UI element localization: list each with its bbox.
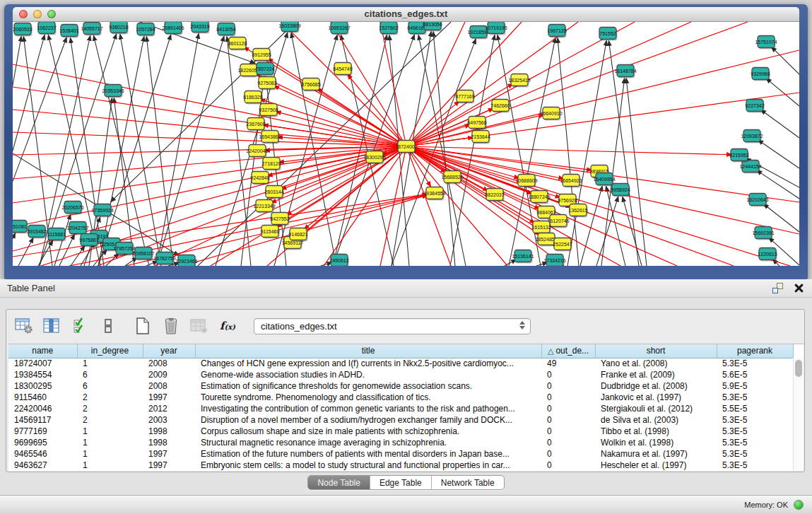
checklist-button[interactable] [70,315,91,337]
column-header-in_degree[interactable]: in_degree [77,344,143,358]
network-canvas[interactable]: 8601128891295518226058927508381863289327… [13,22,799,266]
graph-node[interactable]: 9958924 [611,184,630,197]
graph-node[interactable]: 12213349 [253,200,275,214]
select-columns-button[interactable] [42,315,63,337]
graph-node[interactable]: 2718120 [261,158,281,171]
graph-node[interactable]: 2803144 [264,186,283,199]
graph-node[interactable]: 1220613 [758,248,777,262]
table-row[interactable]: 1456911722003Disruption of a novel membe… [8,414,793,426]
graph-node[interactable]: 16148784 [614,65,636,78]
table-row[interactable]: 1872400712008Changes of HCN gene express… [8,358,793,369]
graph-node[interactable]: 12093872 [741,130,763,144]
graph-node[interactable]: 15751074 [755,36,777,49]
graph-node[interactable]: 14055717 [81,23,102,36]
graph-node[interactable]: 19384554 [423,187,445,201]
graph-node[interactable]: 8186328 [243,91,262,105]
graph-node[interactable]: 16640910 [540,107,562,121]
graph-node[interactable]: 17359924 [91,204,113,218]
tab-node-table[interactable]: Node Table [308,476,370,489]
graph-node[interactable]: 16033809 [278,22,300,33]
graph-node[interactable]: 10653267 [328,22,350,35]
graph-node[interactable]: 8822037 [485,189,504,202]
table-scrollbar[interactable] [793,358,804,471]
table-row[interactable]: 969969511998Structural magnetic resonanc… [8,437,793,448]
graph-node[interactable]: 6497568 [467,117,486,130]
column-header-out_de[interactable]: △out_de... [541,344,595,358]
graph-node[interactable]: 7857224 [255,63,274,76]
graph-node[interactable]: 16782759 [153,252,175,266]
graph-node[interactable]: 9242848 [250,172,269,185]
delete-column-button[interactable] [160,315,182,337]
column-header-title[interactable]: title [195,344,541,358]
graph-node[interactable]: 8756685 [301,78,320,92]
network-window-titlebar[interactable]: citations_edges.txt [13,7,799,22]
graph-node[interactable]: 8601128 [228,37,247,51]
graph-node[interactable]: 15136141 [512,250,534,264]
graph-node[interactable]: 16409954 [593,173,615,187]
zoom-button-icon[interactable] [47,10,56,18]
graph-node[interactable]: 9275083 [257,77,276,90]
graph-node[interactable]: 2367608 [246,118,265,132]
graph-node[interactable]: 17334216 [543,255,565,267]
table-options-button[interactable] [13,315,35,337]
graph-node[interactable]: 15692391 [752,227,774,240]
graph-node[interactable]: 8427552 [270,213,289,226]
close-panel-icon[interactable] [794,284,804,293]
tab-network-table[interactable]: Network Table [431,476,504,489]
graph-node[interactable]: 15688520 [441,171,463,185]
table-scrollbar-thumb[interactable] [795,360,802,377]
graph-node[interactable]: 3915482 [27,226,46,239]
graph-node[interactable]: 2522547 [553,238,572,252]
graph-node[interactable]: 1528401 [59,25,78,38]
graph-node[interactable]: 751552 [599,28,618,41]
graph-node[interactable]: 1057284 [136,23,155,37]
graph-node[interactable]: 1527602 [379,22,398,35]
graph-node[interactable]: 18724007 [395,141,417,154]
graph-node[interactable]: 20353346 [102,85,124,98]
graph-node[interactable]: 16543862 [259,131,281,144]
graph-node[interactable]: 9329966 [751,68,770,81]
graph-node[interactable]: 16210643 [746,194,768,207]
graph-node[interactable]: 22420046 [246,145,268,158]
table-row[interactable]: 1938455462009Genome-wide association stu… [8,369,793,380]
function-builder-button[interactable]: f(x) [217,315,238,337]
graph-node[interactable]: 12923466 [175,255,197,267]
graph-node[interactable]: 9227342 [745,100,764,113]
column-header-short[interactable]: short [595,344,717,358]
table-row[interactable]: 2242004622012Investigating the contribut… [8,403,793,414]
delete-table-button[interactable] [189,315,210,337]
graph-node[interactable]: 9327508 [259,104,278,117]
graph-node[interactable]: 9360218 [109,22,128,35]
graph-node[interactable]: 8454749 [333,63,352,76]
graph-node[interactable]: 12042757 [66,222,88,235]
graph-node[interactable]: 16654923 [560,175,582,188]
graph-node[interactable]: 9146821 [288,228,307,242]
column-header-pagerank[interactable]: pagerank [717,344,793,358]
graph-node[interactable]: 10719195 [485,22,507,35]
graph-node[interactable]: 1062237 [37,22,56,35]
column-header-name[interactable]: name [8,344,77,358]
table-row[interactable]: 911546021997Tourette syndrome. Phenomeno… [8,392,793,403]
graph-node[interactable]: 9975887 [79,234,98,247]
graph-node[interactable]: 1115681 [47,228,66,242]
table-row[interactable]: 977716911998Corpus callosum shape and si… [8,426,793,437]
graph-node[interactable]: 18300295 [363,151,385,165]
graph-node[interactable]: 10688609 [515,175,537,188]
tab-edge-table[interactable]: Edge Table [370,476,431,489]
table-row[interactable]: 1830029562008Estimation of significance … [8,380,793,392]
graph-node[interactable]: 2153644 [471,131,490,144]
close-button-icon[interactable] [19,10,28,18]
graph-node[interactable]: 8813054 [423,22,442,32]
graph-node[interactable]: 2060533 [13,23,32,37]
graph-node[interactable]: 2043319 [190,22,209,34]
memory-ok-icon[interactable] [794,500,804,510]
graph-node[interactable]: 10958107 [132,247,154,261]
graph-node[interactable]: 20206576 [61,201,83,215]
graph-node[interactable]: 7462660 [490,100,510,113]
graph-node[interactable]: 1967135 [547,25,566,38]
graph-node[interactable]: 1615132 [531,221,551,235]
network-canvas-svg[interactable]: 8601128891295518226058927508381863289327… [13,22,799,266]
table-row[interactable]: 946362711997Embryonic stem cells: a mode… [8,460,793,471]
graph-node[interactable]: 8413054 [216,23,235,37]
graph-node[interactable]: 2450612 [329,255,348,267]
